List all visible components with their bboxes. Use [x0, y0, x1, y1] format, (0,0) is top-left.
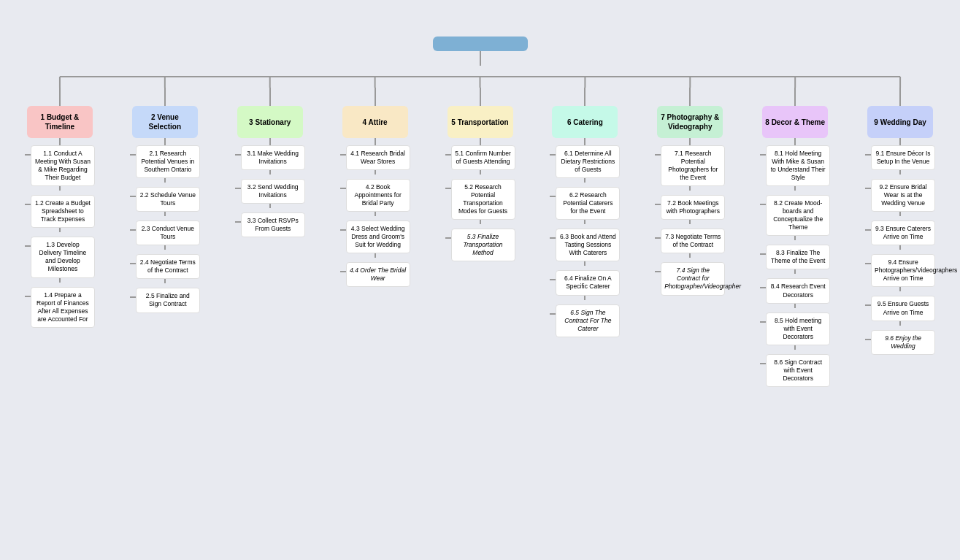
task-9-6: 9.6 Enjoy the Wedding — [871, 330, 935, 355]
connector-area — [7, 66, 953, 88]
task-2-5: 2.5 Finalize and Sign Contract — [136, 288, 200, 312]
column-col1: 1 Budget & Timeline1.1 Conduct A Meeting… — [7, 88, 112, 328]
task-8-4: 8.4 Research Event Decorators — [766, 278, 830, 303]
task-2-2: 2.2 Schedule Venue Tours — [136, 187, 200, 212]
category-node-col7: 7 Photography & Videography — [657, 106, 723, 138]
task-1-2: 1.2 Create a Budget Spreadsheet to Track… — [31, 195, 95, 228]
task-8-2: 8.2 Create Mood-boards and Conceptualize… — [766, 195, 830, 236]
column-col9: 9 Wedding Day9.1 Ensure Décor Is Setup I… — [848, 88, 953, 355]
task-3-2: 3.2 Send Wedding Invitations — [241, 179, 305, 204]
task-6-5: 6.5 Sign The Contract For The Caterer — [556, 304, 620, 337]
task-6-2: 6.2 Research Potential Caterers for the … — [556, 187, 620, 220]
task-8-6: 8.6 Sign Contract with Event Decorators — [766, 354, 830, 387]
column-col2: 2 Venue Selection2.1 Research Potential … — [112, 88, 218, 313]
category-node-col8: 8 Decor & Theme — [762, 106, 828, 138]
task-4-1: 4.1 Research Bridal Wear Stores — [346, 145, 410, 170]
task-9-1: 9.1 Ensure Décor Is Setup In the Venue — [871, 145, 935, 170]
task-9-2: 9.2 Ensure Bridal Wear Is at the Wedding… — [871, 179, 935, 212]
task-8-5: 8.5 Hold meeting with Event Decorators — [766, 312, 830, 345]
column-col3: 3 Stationary3.1 Make Wedding Invitations… — [218, 88, 323, 237]
branches-row: 1 Budget & Timeline1.1 Conduct A Meeting… — [7, 88, 953, 387]
task-7-4: 7.4 Sign the Contract for Photographer/V… — [661, 262, 725, 295]
category-node-col3: 3 Stationary — [237, 106, 303, 138]
task-9-4: 9.4 Ensure Photographers/Videographers A… — [871, 254, 935, 287]
category-node-col2: 2 Venue Selection — [132, 106, 198, 138]
page: 1 Budget & Timeline1.1 Conduct A Meeting… — [0, 0, 960, 409]
task-4-2: 4.2 Book Appointments for Bridal Party — [346, 179, 410, 212]
task-9-3: 9.3 Ensure Caterers Arrive on Time — [871, 220, 935, 245]
task-2-4: 2.4 Negotiate Terms of the Contract — [136, 254, 200, 279]
task-6-1: 6.1 Determine All Dietary Restrictions o… — [556, 145, 620, 178]
task-7-3: 7.3 Negotiate Terms of the Contract — [661, 229, 725, 253]
task-7-2: 7.2 Book Meetings with Photographers — [661, 195, 725, 220]
task-5-2: 5.2 Research Potential Transportation Mo… — [451, 179, 515, 220]
task-6-3: 6.3 Book and Attend Tasting Sessions Wit… — [556, 229, 620, 261]
task-6-4: 6.4 Finalize On A Specific Caterer — [556, 270, 620, 295]
task-8-1: 8.1 Hold Meeting With Mike & Susan to Un… — [766, 145, 830, 186]
category-node-col6: 6 Catering — [552, 106, 618, 138]
task-5-3: 5.3 Finalize Transportation Method — [451, 229, 515, 261]
task-3-1: 3.1 Make Wedding Invitations — [241, 145, 305, 170]
task-1-4: 1.4 Prepare a Report of Finances After A… — [31, 287, 95, 328]
task-1-3: 1.3 Develop Delivery Timeline and Develo… — [31, 237, 95, 277]
connector-svg — [7, 66, 953, 88]
column-col4: 4 Attire4.1 Research Bridal Wear Stores4… — [323, 88, 428, 287]
task-3-3: 3.3 Collect RSVPs From Guests — [241, 212, 305, 237]
column-col8: 8 Decor & Theme8.1 Hold Meeting With Mik… — [742, 88, 848, 387]
task-2-3: 2.3 Conduct Venue Tours — [136, 220, 200, 245]
category-node-col1: 1 Budget & Timeline — [27, 106, 93, 138]
task-2-1: 2.1 Research Potential Venues in Souther… — [136, 145, 200, 178]
task-5-1: 5.1 Confirm Number of Guests Attending — [451, 145, 515, 170]
category-node-col9: 9 Wedding Day — [867, 106, 933, 138]
task-7-1: 7.1 Research Potential Photographers for… — [661, 145, 725, 186]
task-4-4: 4.4 Order The Bridal Wear — [346, 262, 410, 287]
wbs-container: 1 Budget & Timeline1.1 Conduct A Meeting… — [7, 37, 953, 387]
column-col7: 7 Photography & Videography7.1 Research … — [637, 88, 742, 296]
category-node-col5: 5 Transportation — [448, 106, 513, 138]
column-col5: 5 Transportation5.1 Confirm Number of Gu… — [428, 88, 533, 261]
root-node — [433, 37, 528, 51]
task-4-3: 4.3 Select Wedding Dress and Groom's Sui… — [346, 220, 410, 253]
column-col6: 6 Catering6.1 Determine All Dietary Rest… — [532, 88, 637, 337]
task-9-5: 9.5 Ensure Guests Arrive on Time — [871, 296, 935, 321]
category-node-col4: 4 Attire — [342, 106, 408, 138]
task-1-1: 1.1 Conduct A Meeting With Susan & Mike … — [31, 145, 95, 186]
task-8-3: 8.3 Finalize The Theme of the Event — [766, 245, 830, 269]
